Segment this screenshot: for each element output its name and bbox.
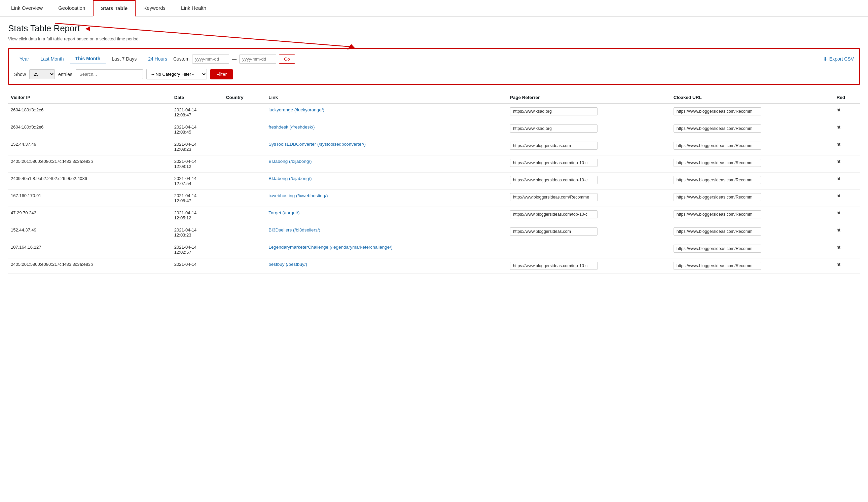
cell-referrer: https://www.bloggersideas.com [507, 138, 671, 155]
cell-link[interactable]: LegendarymarketerChallenge (/legendaryma… [266, 241, 507, 258]
category-filter-select[interactable]: -- No Category Filter - [146, 69, 207, 79]
cell-cloaked-url: https://www.bloggersideas.com/Recomm [671, 258, 834, 274]
cell-link[interactable]: BIJabong (/bijabong/) [266, 155, 507, 173]
cell-visitor-ip: 2409:4051:8:9ab2:2402:c26:9be2:4086 [8, 173, 172, 190]
referrer-url-box: https://www.bloggersideas.com/top-10-c [510, 262, 598, 270]
cloaked-url-box: https://www.bloggersideas.com/Recomm [673, 262, 761, 270]
col-date: Date [172, 92, 224, 104]
date-from-input[interactable] [192, 54, 229, 64]
cell-date: 2021-04-14 12:03:23 [172, 224, 224, 241]
page-title: Stats Table Report ◄ [8, 23, 860, 34]
cell-referrer: https://www.bloggersideas.com/top-10-c [507, 207, 671, 224]
table-row: 47.29.70.2432021-04-14 12:05:12Target (/… [8, 207, 860, 224]
cell-country [224, 104, 266, 121]
cell-red: ht [834, 173, 860, 190]
filter-box: Year Last Month This Month Last 7 Days 2… [8, 48, 860, 85]
cell-cloaked-url: https://www.bloggersideas.com/Recomm [671, 190, 834, 207]
link-anchor[interactable]: ixwebhosting (/ixwebhosting/) [268, 193, 328, 198]
tab-link-health[interactable]: Link Health [173, 0, 214, 17]
cell-link[interactable]: BIJabong (/bijabong/) [266, 173, 507, 190]
cell-link[interactable]: SysToolsEDBConverter (/systoolsedbconver… [266, 138, 507, 155]
cell-visitor-ip: 107.164.16.127 [8, 241, 172, 258]
export-label: Export CSV [829, 56, 854, 62]
cell-cloaked-url: https://www.bloggersideas.com/Recomm [671, 173, 834, 190]
cell-referrer: https://www.ksaq.org [507, 104, 671, 121]
year-filter-btn[interactable]: Year [14, 54, 34, 64]
cell-cloaked-url: https://www.bloggersideas.com/Recomm [671, 104, 834, 121]
date-separator: — [232, 56, 237, 62]
table-row: 2604:180:f3::2e62021-04-14 12:08:45fresh… [8, 121, 860, 138]
entries-select[interactable]: 25 10 50 100 [29, 69, 55, 79]
col-red: Red [834, 92, 860, 104]
24-hours-filter-btn[interactable]: 24 Hours [143, 54, 173, 64]
link-anchor[interactable]: LegendarymarketerChallenge (/legendaryma… [268, 245, 392, 250]
cell-red: ht [834, 241, 860, 258]
cell-date: 2021-04-14 [172, 258, 224, 274]
cloaked-url-box: https://www.bloggersideas.com/Recomm [673, 210, 761, 218]
link-anchor[interactable]: freshdesk (/freshdesk/) [268, 124, 314, 130]
link-anchor[interactable]: Target (/target/) [268, 210, 299, 215]
cloaked-url-box: https://www.bloggersideas.com/Recomm [673, 176, 761, 184]
cell-cloaked-url: https://www.bloggersideas.com/Recomm [671, 121, 834, 138]
main-content: Stats Table Report ◄ View click data in … [0, 17, 868, 502]
filter-button[interactable]: Filter [210, 69, 233, 79]
cell-referrer: https://www.ksaq.org [507, 121, 671, 138]
referrer-url-box: https://www.ksaq.org [510, 124, 598, 133]
last-7-days-filter-btn[interactable]: Last 7 Days [106, 54, 142, 64]
cell-red: ht [834, 224, 860, 241]
cell-date: 2021-04-14 12:05:47 [172, 190, 224, 207]
link-anchor[interactable]: BIJabong (/bijabong/) [268, 159, 311, 164]
cell-cloaked-url: https://www.bloggersideas.com/Recomm [671, 241, 834, 258]
cell-country [224, 224, 266, 241]
cell-cloaked-url: https://www.bloggersideas.com/Recomm [671, 138, 834, 155]
data-table: Visitor IP Date Country Link Page Referr… [8, 92, 860, 274]
cell-red: ht [834, 258, 860, 274]
entries-row: Show 25 10 50 100 entries -- No Category… [14, 69, 854, 79]
link-anchor[interactable]: BIJabong (/bijabong/) [268, 176, 311, 181]
tab-link-overview[interactable]: Link Overview [3, 0, 51, 17]
table-row: 152.44.37.492021-04-14 12:08:23SysToolsE… [8, 138, 860, 155]
cell-link[interactable]: ixwebhosting (/ixwebhosting/) [266, 190, 507, 207]
export-icon: ⬇ [823, 56, 827, 62]
cell-link[interactable]: bestbuy (/bestbuy/) [266, 258, 507, 274]
cell-country [224, 241, 266, 258]
time-filter-row: Year Last Month This Month Last 7 Days 2… [14, 53, 854, 64]
date-to-input[interactable] [239, 54, 276, 64]
this-month-filter-btn[interactable]: This Month [70, 53, 106, 64]
table-row: 152.44.37.492021-04-14 12:03:23BI3Dselle… [8, 224, 860, 241]
cell-link[interactable]: Target (/target/) [266, 207, 507, 224]
link-anchor[interactable]: SysToolsEDBConverter (/systoolsedbconver… [268, 142, 366, 147]
cell-visitor-ip: 152.44.37.49 [8, 138, 172, 155]
custom-label: Custom [173, 56, 189, 62]
table-row: 2405:201:5800:e080:217c:f483:3c3a:e83b20… [8, 258, 860, 274]
last-month-filter-btn[interactable]: Last Month [35, 54, 69, 64]
cell-cloaked-url: https://www.bloggersideas.com/Recomm [671, 207, 834, 224]
cell-referrer: http://www.bloggersideas.com/Recomme [507, 190, 671, 207]
tab-keywords[interactable]: Keywords [136, 0, 173, 17]
tab-geolocation[interactable]: Geolocation [51, 0, 93, 17]
referrer-url-box: https://www.bloggersideas.com [510, 142, 598, 150]
cell-country [224, 258, 266, 274]
referrer-url-box: https://www.ksaq.org [510, 107, 598, 115]
go-button[interactable]: Go [279, 54, 295, 64]
cell-link[interactable]: luckyorange (/luckyorange/) [266, 104, 507, 121]
search-input[interactable] [76, 69, 143, 79]
link-anchor[interactable]: BI3Dsellers (/bi3dsellers/) [268, 227, 320, 233]
link-anchor[interactable]: bestbuy (/bestbuy/) [268, 262, 307, 267]
cell-link[interactable]: BI3Dsellers (/bi3dsellers/) [266, 224, 507, 241]
referrer-url-box: http://www.bloggersideas.com/Recomme [510, 193, 598, 201]
cell-date: 2021-04-14 12:07:54 [172, 173, 224, 190]
cell-referrer: https://www.bloggersideas.com/top-10-c [507, 155, 671, 173]
cell-visitor-ip: 2604:180:f3::2e6 [8, 121, 172, 138]
cloaked-url-box: https://www.bloggersideas.com/Recomm [673, 124, 761, 133]
export-csv-button[interactable]: ⬇ Export CSV [823, 56, 854, 62]
tab-stats-table[interactable]: Stats Table [93, 0, 136, 17]
col-visitor-ip: Visitor IP [8, 92, 172, 104]
cell-visitor-ip: 152.44.37.49 [8, 224, 172, 241]
referrer-url-box: https://www.bloggersideas.com/top-10-c [510, 159, 598, 167]
cell-red: ht [834, 104, 860, 121]
cell-link[interactable]: freshdesk (/freshdesk/) [266, 121, 507, 138]
cell-date: 2021-04-14 12:08:47 [172, 104, 224, 121]
link-anchor[interactable]: luckyorange (/luckyorange/) [268, 107, 324, 112]
cell-visitor-ip: 2405:201:5800:e080:217c:f483:3c3a:e83b [8, 258, 172, 274]
